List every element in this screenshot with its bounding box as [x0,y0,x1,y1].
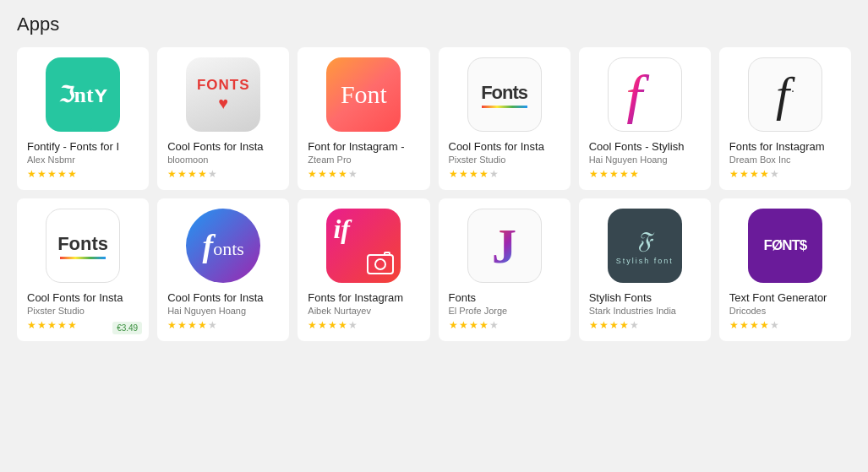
app-stars: ★★★★★ [167,168,217,180]
app-author: Aibek Nurtayev [308,306,419,316]
app-icon-wrap: if [308,209,419,283]
app-icon-wrap: J [449,209,560,283]
app-icon-wrap: ℑntʏ [27,57,139,132]
app-card-cool-fonts-r2[interactable]: Fonts Cool Fonts for Insta Pixster Studi… [17,198,149,341]
app-title: Cool Fonts for Insta [167,140,279,153]
app-stars: ★★★★★ [589,168,639,180]
app-author: Hai Nguyen Hoang [589,155,701,165]
app-author: bloomoon [167,155,279,165]
app-card-font-instagram[interactable]: Font Font for Instagram - Zteam Pro ★★★★… [298,47,429,190]
app-title: Text Font Generator [729,291,841,304]
app-author: Stark Industries India [589,306,701,316]
app-card-cool-fonts-pixster[interactable]: Fonts Cool Fonts for Insta Pixster Studi… [439,47,570,190]
app-card-fonts-jorge[interactable]: J Fonts El Profe Jorge ★★★★★ [439,198,570,341]
app-icon-wrap: FØNT$ [729,209,841,283]
app-card-cool-fonts-hai-r2[interactable]: fonts Cool Fonts for Insta Hai Nguyen Ho… [157,198,289,341]
app-card-cool-fonts-stylish[interactable]: f Cool Fonts - Stylish Hai Nguyen Hoang … [579,47,711,190]
app-icon-wrap: f . [729,57,841,132]
page-title: Apps [17,14,851,35]
app-card-text-font-gen[interactable]: FØNT$ Text Font Generator Dricodes ★★★★★ [719,198,851,341]
app-title: Stylish Fonts [589,291,701,304]
app-stars: ★★★★★ [308,319,358,331]
app-title: Cool Fonts for Insta [167,291,279,304]
app-card-fonts-instagram-dream[interactable]: f . Fonts for Instagram Dream Box Inc ★★… [719,47,851,190]
app-card-stylish-fonts[interactable]: 𝔉 Stylish font Stylish Fonts Stark Indus… [579,198,711,341]
app-icon-wrap: fonts [167,209,279,283]
app-icon-wrap: Fonts [27,209,139,283]
app-author: Dream Box Inc [729,155,841,165]
app-stars: ★★★★★ [167,319,217,331]
app-title: Fontify - Fonts for I [27,140,139,153]
app-author: Dricodes [729,306,841,316]
app-title: Cool Fonts - Stylish [589,140,701,153]
app-stars: ★★★★★ [729,168,779,180]
app-icon-wrap: 𝔉 Stylish font [589,209,701,283]
app-stars: ★★★★★ [449,319,499,331]
app-icon-wrap: f [589,57,701,132]
app-title: Fonts [449,291,560,304]
app-icon-wrap: Font [308,57,419,132]
app-stars: ★★★★★ [589,319,639,331]
app-stars: ★★★★★ [27,168,77,180]
app-stars: ★★★★★ [449,168,499,180]
app-title: Cool Fonts for Insta [27,291,139,304]
app-stars: ★★★★★ [27,319,77,331]
app-title: Fonts for Instagram [729,140,841,153]
app-card-fontify[interactable]: ℑntʏ Fontify - Fonts for I Alex Nsbmr ★★… [17,47,149,190]
price-badge: €3.49 [112,322,142,334]
app-author: Hai Nguyen Hoang [167,306,279,316]
app-title: Font for Instagram - [308,140,419,153]
app-author: Alex Nsbmr [27,155,139,165]
apps-grid: ℑntʏ Fontify - Fonts for I Alex Nsbmr ★★… [17,47,851,341]
app-author: Pixster Studio [27,306,139,316]
app-stars: ★★★★★ [729,319,779,331]
app-stars: ★★★★★ [308,168,358,180]
app-title: Cool Fonts for Insta [449,140,560,153]
app-title: Fonts for Instagram [308,291,419,304]
app-author: El Profe Jorge [449,306,560,316]
app-icon-wrap: Fonts [449,57,560,132]
svg-text:f: f [625,65,650,124]
app-author: Pixster Studio [449,155,560,165]
app-author: Zteam Pro [308,155,419,165]
app-card-cool-fonts-bloomoon[interactable]: FONTS ♥ Cool Fonts for Insta bloomoon ★★… [157,47,289,190]
app-card-fonts-aibek[interactable]: if Fonts for Instagram Aibek Nurtayev ★★… [298,198,429,341]
app-icon-wrap: FONTS ♥ [167,57,279,132]
